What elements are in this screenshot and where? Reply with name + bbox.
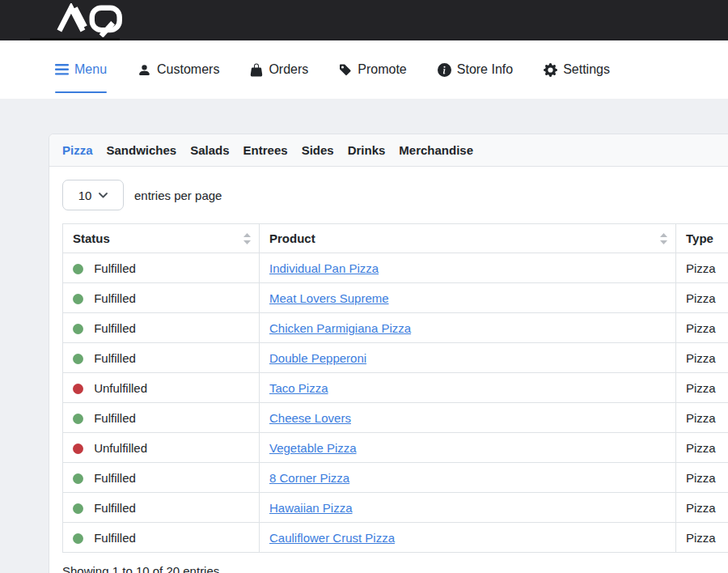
nav-label: Customers [157, 62, 219, 77]
tab-sides[interactable]: Sides [302, 143, 334, 157]
status-label: Fulfilled [94, 291, 136, 305]
status-label: Fulfilled [94, 321, 136, 335]
nav-item-settings[interactable]: Settings [544, 40, 610, 99]
status-cell: Unfulfilled [63, 433, 260, 463]
status-label: Fulfilled [94, 411, 136, 425]
status-dot-icon [73, 264, 83, 274]
table-row: Fulfilled Hawaiian Pizza Pizza [63, 493, 728, 523]
status-dot-icon [73, 503, 83, 514]
table-summary: Showing 1 to 10 of 20 entries [62, 564, 728, 573]
type-cell: Pizza [676, 253, 728, 283]
product-link[interactable]: Hawaiian Pizza [269, 501, 353, 515]
entries-per-page-label: entries per page [134, 189, 222, 202]
product-link[interactable]: Taco Pizza [269, 381, 328, 395]
type-cell: Pizza [676, 493, 728, 523]
tab-drinks[interactable]: Drinks [348, 143, 386, 157]
status-label: Unfulfilled [94, 441, 147, 455]
table-row: Unfulfilled Vegetable Pizza Pizza [63, 433, 728, 463]
status-dot-icon [73, 294, 83, 304]
info-circle-icon [438, 63, 451, 77]
nav-label: Store Info [457, 62, 513, 77]
status-dot-icon [73, 533, 83, 544]
nav-item-customers[interactable]: Customers [138, 40, 219, 99]
product-link[interactable]: Cauliflower Crust Pizza [269, 531, 395, 545]
status-label: Unfulfilled [94, 381, 147, 395]
tab-pizza[interactable]: Pizza [62, 143, 93, 157]
topbar [0, 0, 728, 40]
status-label: Fulfilled [94, 501, 136, 515]
table-row: Fulfilled 8 Corner Pizza Pizza [63, 463, 728, 493]
product-cell: Vegetable Pizza [260, 433, 676, 463]
product-link[interactable]: Individual Pan Pizza [269, 261, 379, 275]
product-link[interactable]: Cheese Lovers [269, 411, 351, 425]
nav-item-orders[interactable]: Orders [250, 40, 308, 99]
status-label: Fulfilled [94, 531, 136, 545]
status-cell: Fulfilled [63, 523, 260, 553]
type-cell: Pizza [676, 433, 728, 463]
nav-item-promote[interactable]: Promote [339, 40, 406, 99]
product-link[interactable]: Double Pepperoni [269, 351, 366, 365]
status-dot-icon [73, 444, 83, 454]
column-header-status[interactable]: Status [63, 224, 260, 253]
tab-merchandise[interactable]: Merchandise [399, 143, 473, 157]
entries-per-page-select[interactable]: 10 [62, 180, 124, 210]
product-cell: Meat Lovers Supreme [260, 283, 676, 313]
sort-icon [243, 233, 251, 244]
card-body: 10 entries per page Status [49, 167, 728, 573]
sort-icon [660, 233, 667, 244]
status-dot-icon [73, 473, 83, 484]
hamburger-icon [55, 64, 69, 75]
status-label: Fulfilled [94, 471, 136, 485]
status-cell: Fulfilled [63, 343, 260, 373]
status-cell: Fulfilled [63, 253, 260, 283]
product-link[interactable]: Vegetable Pizza [269, 441, 357, 455]
product-cell: Cauliflower Crust Pizza [260, 523, 676, 553]
table-body: Fulfilled Individual Pan Pizza Pizza Ful [63, 253, 728, 553]
type-cell: Pizza [676, 523, 728, 553]
product-cell: Cheese Lovers [260, 403, 676, 433]
table-row: Unfulfilled Taco Pizza Pizza [63, 373, 728, 403]
product-link[interactable]: 8 Corner Pizza [269, 471, 349, 485]
status-cell: Fulfilled [63, 283, 260, 313]
status-dot-icon [73, 354, 83, 364]
tab-sandwiches[interactable]: Sandwiches [107, 143, 177, 157]
table-row: Fulfilled Individual Pan Pizza Pizza [63, 253, 728, 283]
product-cell: Individual Pan Pizza [260, 253, 676, 283]
gear-icon [544, 63, 557, 77]
status-dot-icon [73, 414, 83, 424]
products-table: Status Product Type [62, 223, 728, 553]
status-cell: Fulfilled [63, 403, 260, 433]
product-cell: Taco Pizza [260, 373, 676, 403]
status-label: Fulfilled [94, 261, 136, 275]
table-row: Fulfilled Chicken Parmigiana Pizza Pizza [63, 313, 728, 343]
nav-label: Orders [269, 62, 308, 77]
product-cell: Double Pepperoni [260, 343, 676, 373]
product-cell: Hawaiian Pizza [260, 493, 676, 523]
nav-item-store-info[interactable]: Store Info [438, 40, 513, 99]
nav-label: Menu [74, 62, 107, 77]
column-header-type[interactable]: Type [676, 224, 728, 253]
tab-entrees[interactable]: Entrees [243, 143, 288, 157]
bag-icon [250, 63, 263, 77]
status-label: Fulfilled [94, 351, 136, 365]
status-cell: Unfulfilled [63, 373, 260, 403]
category-tabs: Pizza Sandwiches Salads Entrees Sides Dr… [49, 134, 728, 167]
entries-per-page-row: 10 entries per page [62, 180, 728, 210]
tab-salads[interactable]: Salads [190, 143, 229, 157]
product-link[interactable]: Meat Lovers Supreme [269, 291, 389, 305]
entries-selected-value: 10 [78, 189, 92, 202]
product-link[interactable]: Chicken Parmigiana Pizza [269, 321, 411, 335]
type-cell: Pizza [676, 313, 728, 343]
type-cell: Pizza [676, 283, 728, 313]
product-cell: Chicken Parmigiana Pizza [260, 313, 676, 343]
person-icon [138, 63, 151, 77]
column-header-product[interactable]: Product [260, 224, 676, 253]
type-cell: Pizza [676, 343, 728, 373]
table-header-row: Status Product Type [63, 224, 728, 253]
table-row: Fulfilled Cauliflower Crust Pizza Pizza [63, 523, 728, 553]
product-cell: 8 Corner Pizza [260, 463, 676, 493]
status-dot-icon [73, 384, 83, 394]
nav-item-menu[interactable]: Menu [55, 40, 107, 99]
nav-label: Settings [563, 62, 610, 77]
type-cell: Pizza [676, 403, 728, 433]
